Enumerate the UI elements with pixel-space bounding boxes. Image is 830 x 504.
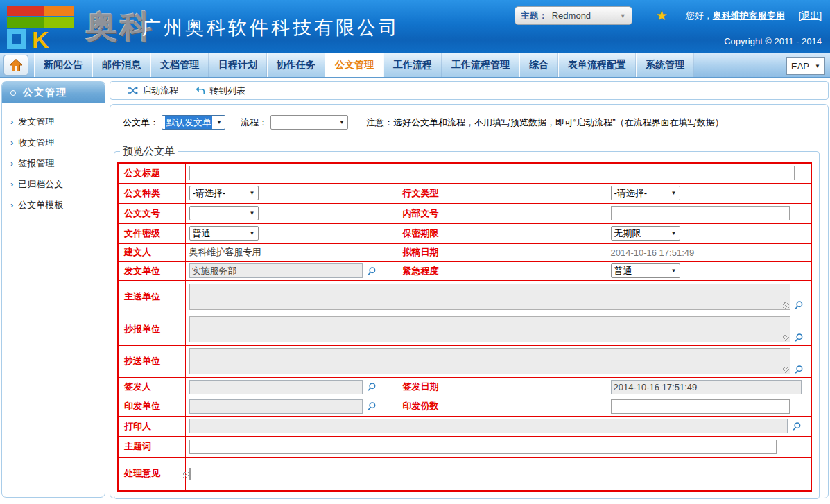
main-nav: 新闻公告 邮件消息 文档管理 日程计划 协作任务 公文管理 工作流程 工作流程管… [0, 53, 830, 78]
table-row: 主送单位 [118, 280, 811, 313]
doc-type-label: 公文种类 [118, 183, 185, 203]
search-icon[interactable] [367, 401, 377, 411]
username-link[interactable]: 奥科维护客服专用 [713, 10, 785, 21]
arrow-icon: › [10, 179, 13, 189]
favorite-star-icon[interactable]: ★ [656, 8, 668, 24]
sidebar-header: 公文管理 [2, 82, 105, 103]
tab-docs[interactable]: 文档管理 [150, 53, 209, 77]
sidebar-item-outgoing-docs[interactable]: ›发文管理 [10, 112, 105, 132]
tab-official-docs[interactable]: 公文管理 [325, 53, 383, 77]
internal-no-label: 内部文号 [397, 203, 607, 223]
search-icon[interactable] [794, 300, 804, 310]
table-row: 打印人 [118, 416, 811, 436]
search-icon[interactable] [367, 382, 377, 392]
secrecy-select[interactable]: 普通 ▼ [189, 226, 259, 241]
logout-link[interactable]: [退出] [799, 10, 822, 22]
sidebar-item-sign-reports[interactable]: ›签报管理 [10, 153, 105, 174]
preview-fieldset: 预览公文单 公文标题 公文种类 -请选择- ▼ 行文类型 -请选择- [114, 145, 820, 499]
signer-label: 签发人 [118, 377, 185, 397]
sign-date-label: 签发日期 [397, 377, 607, 397]
print-copies-input[interactable] [611, 399, 790, 414]
return-arrow-icon [196, 86, 205, 95]
bullet-icon [10, 90, 16, 96]
sidebar-item-archived-docs[interactable]: ›已归档公文 [10, 174, 105, 195]
keywords-input[interactable] [189, 440, 777, 454]
tab-form-flow-config[interactable]: 表单流程配置 [558, 53, 636, 77]
secrecy-term-label: 保密期限 [397, 223, 607, 243]
signer-input[interactable] [189, 380, 363, 394]
doc-type-select[interactable]: -请选择- ▼ [189, 186, 259, 200]
table-row: 处理意见 [118, 457, 811, 491]
tab-workflow-mgmt[interactable]: 工作流程管理 [442, 53, 519, 77]
line-type-select[interactable]: -请选择- ▼ [611, 186, 680, 200]
dropdown-arrow-icon: ▼ [250, 210, 255, 216]
doc-title-input[interactable] [189, 166, 795, 180]
table-row: 公文文号 ▼ 内部文号 [118, 203, 811, 223]
search-icon[interactable] [367, 266, 377, 276]
copy-report-textarea[interactable] [189, 316, 791, 342]
tab-schedule[interactable]: 日程计划 [209, 53, 267, 77]
dropdown-arrow-icon: ▼ [671, 230, 677, 236]
opinion-textarea[interactable] [189, 468, 191, 480]
tab-collab-tasks[interactable]: 协作任务 [267, 53, 325, 77]
arrow-icon: › [10, 158, 13, 168]
doc-form-select[interactable]: 默认发文单 ▼ [162, 115, 225, 130]
tab-news[interactable]: 新闻公告 [34, 53, 92, 77]
search-icon[interactable] [792, 422, 802, 431]
sidebar-item-incoming-docs[interactable]: ›收文管理 [10, 132, 105, 153]
draft-date-label: 拟稿日期 [397, 243, 607, 261]
secrecy-term-select[interactable]: 无期限 ▼ [611, 226, 680, 241]
preview-legend: 预览公文单 [120, 145, 178, 158]
line-type-label: 行文类型 [397, 183, 607, 203]
table-row: 主题词 [118, 436, 811, 457]
dropdown-arrow-icon: ▼ [671, 268, 677, 274]
logo: K 奥科 [7, 6, 154, 49]
theme-label: 主题： [521, 10, 548, 22]
search-icon[interactable] [794, 333, 804, 342]
theme-select[interactable]: 主题： Redmond ▼ [515, 6, 632, 25]
company-name: 广州奥科软件科技有限公司 [142, 15, 400, 40]
logo-mark-icon: K [7, 6, 76, 49]
start-flow-button[interactable]: 启动流程 [128, 85, 178, 97]
urgency-select[interactable]: 普通 ▼ [611, 263, 680, 278]
table-row: 抄送单位 [118, 345, 811, 377]
print-unit-input[interactable] [189, 399, 363, 414]
goto-list-button[interactable]: 转到列表 [196, 85, 245, 97]
search-icon[interactable] [794, 365, 804, 374]
doc-form-label: 公文单： [123, 116, 159, 129]
dropdown-arrow-icon: ▼ [339, 119, 345, 125]
copy-send-label: 抄送单位 [118, 345, 185, 377]
table-row: 建文人 奥科维护客服专用 拟稿日期 2014-10-16 17:51:49 [118, 243, 811, 261]
sidebar: 公文管理 ›发文管理 ›收文管理 ›签报管理 ›已归档公文 ›公文单模板 [1, 81, 105, 498]
flow-select[interactable]: ▼ [270, 115, 348, 130]
creator-label: 建文人 [118, 243, 185, 261]
print-copies-label: 印发份数 [397, 397, 607, 416]
tab-workflow[interactable]: 工作流程 [383, 53, 442, 77]
opinion-label: 处理意见 [118, 457, 185, 491]
dropdown-arrow-icon: ▼ [216, 119, 222, 125]
printer-input[interactable] [189, 419, 788, 433]
tab-mail[interactable]: 邮件消息 [92, 53, 150, 77]
main-send-label: 主送单位 [118, 280, 185, 313]
tab-general[interactable]: 综合 [519, 53, 558, 77]
issue-unit-input[interactable] [189, 263, 363, 278]
eap-select[interactable]: EAP ▼ [786, 57, 825, 75]
print-unit-label: 印发单位 [118, 397, 185, 416]
copy-send-textarea[interactable] [189, 348, 791, 374]
nav-tabs: 新闻公告 邮件消息 文档管理 日程计划 协作任务 公文管理 工作流程 工作流程管… [34, 53, 694, 77]
greeting: 您好，奥科维护客服专用 [686, 10, 785, 22]
home-button[interactable] [3, 55, 28, 76]
theme-value: Redmond [552, 10, 620, 21]
main-send-textarea[interactable] [189, 284, 791, 310]
shuffle-icon [128, 86, 138, 95]
sign-date-input[interactable] [611, 380, 802, 394]
issue-unit-label: 发文单位 [118, 261, 185, 280]
copyright: Copyright © 2011 - 2014 [724, 36, 822, 46]
table-row: 印发单位 印发份数 [118, 397, 811, 416]
tab-sysadmin[interactable]: 系统管理 [636, 53, 694, 77]
home-icon [9, 58, 23, 72]
internal-no-input[interactable] [611, 206, 790, 220]
keywords-label: 主题词 [118, 436, 185, 457]
sidebar-item-doc-templates[interactable]: ›公文单模板 [10, 195, 105, 216]
doc-no-select[interactable]: ▼ [189, 206, 259, 220]
